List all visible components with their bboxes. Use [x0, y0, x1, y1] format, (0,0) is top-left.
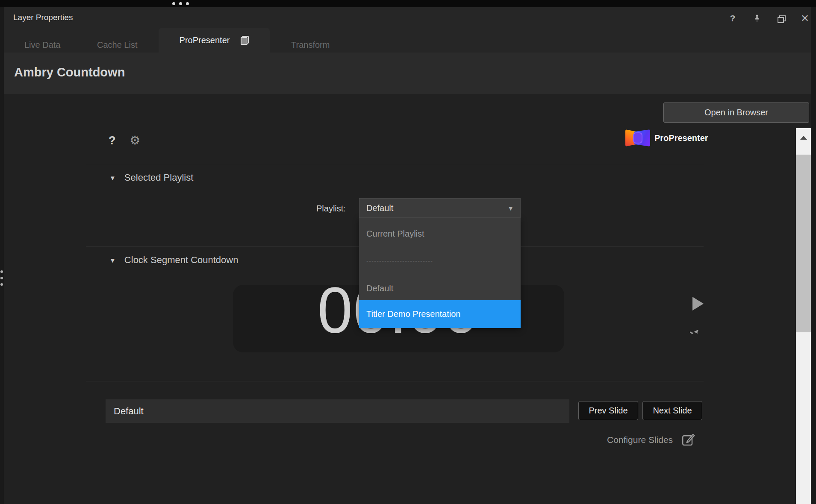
- configure-slides-control[interactable]: Configure Slides: [607, 432, 696, 448]
- layer-properties-window: Layer Properties ? ✕ Live Data Cache Lis…: [0, 0, 816, 504]
- pin-icon: [753, 14, 761, 23]
- playlist-selected-value: Default: [366, 203, 393, 213]
- collapse-triangle-icon[interactable]: ▼: [109, 257, 116, 264]
- configure-slides-label: Configure Slides: [607, 435, 673, 445]
- brand-name: ProPresenter: [654, 133, 708, 143]
- restore-button[interactable]: [774, 11, 788, 26]
- playlist-dropdown-panel: Current Playlist -----------------------…: [359, 218, 521, 328]
- divider: [86, 165, 704, 165]
- open-in-browser-button[interactable]: Open in Browser: [663, 103, 809, 123]
- propresenter-logo-icon: [625, 129, 650, 147]
- divider: [86, 381, 704, 381]
- dropdown-arrow-icon: ▼: [507, 205, 514, 212]
- dropdown-option-titler-demo[interactable]: Titler Demo Presentation: [359, 300, 521, 328]
- tab-propresenter[interactable]: ProPresenter: [159, 28, 270, 53]
- side-drag-handle-icon[interactable]: [0, 270, 3, 286]
- dropdown-option-default[interactable]: Default: [359, 280, 521, 296]
- selected-playlist-section-header[interactable]: ▼ Selected Playlist: [109, 172, 193, 183]
- edit-icon[interactable]: [680, 432, 696, 448]
- window-drag-strip[interactable]: [0, 0, 816, 7]
- drag-handle-dots-icon[interactable]: [172, 2, 189, 5]
- collapse-triangle-icon[interactable]: ▼: [109, 174, 116, 182]
- reset-button[interactable]: [690, 330, 704, 343]
- current-slide-value: Default: [114, 406, 144, 417]
- close-button[interactable]: ✕: [798, 11, 812, 26]
- play-button[interactable]: [692, 297, 704, 311]
- clock-section-header[interactable]: ▼ Clock Segment Countdown: [109, 255, 238, 266]
- next-slide-button[interactable]: Next Slide: [642, 401, 702, 420]
- reset-icon: [690, 330, 704, 343]
- dropdown-option-current-playlist[interactable]: Current Playlist: [359, 226, 521, 242]
- playlist-field-label: Playlist:: [316, 204, 346, 214]
- current-slide-field[interactable]: Default: [106, 399, 569, 423]
- window-title: Layer Properties: [13, 13, 73, 22]
- scrollbar-up-button[interactable]: [796, 128, 811, 147]
- up-arrow-icon: [800, 136, 807, 140]
- titlebar: Layer Properties ? ✕ Live Data Cache Lis…: [4, 7, 811, 53]
- header-band: Ambry Countdown: [4, 53, 811, 94]
- vertical-scrollbar[interactable]: [796, 128, 811, 504]
- propresenter-brand: ProPresenter: [625, 129, 708, 147]
- duplicate-layer-icon[interactable]: [241, 36, 249, 45]
- dropdown-separator: --------------------------: [359, 255, 521, 266]
- section-title: Clock Segment Countdown: [124, 255, 239, 266]
- pin-button[interactable]: [750, 11, 764, 26]
- prev-slide-button[interactable]: Prev Slide: [578, 401, 638, 420]
- tab-propresenter-label: ProPresenter: [180, 35, 230, 45]
- restore-icon: [778, 15, 784, 21]
- page-title: Ambry Countdown: [14, 65, 125, 79]
- section-title: Selected Playlist: [124, 172, 193, 183]
- settings-gear-icon[interactable]: ⚙: [130, 133, 140, 147]
- scrollbar-thumb[interactable]: [796, 155, 811, 332]
- help-button[interactable]: ?: [725, 11, 740, 26]
- plugin-help-icon[interactable]: ?: [109, 134, 116, 147]
- playlist-select[interactable]: Default ▼: [359, 198, 521, 218]
